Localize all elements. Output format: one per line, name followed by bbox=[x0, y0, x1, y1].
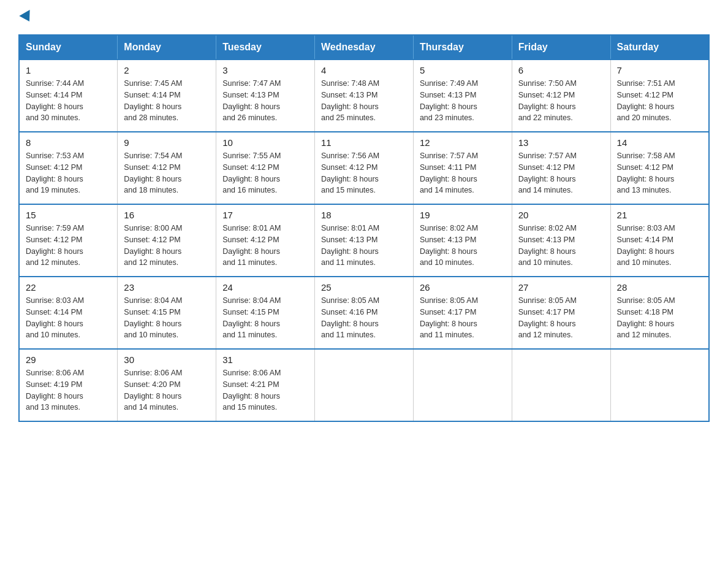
day-number: 14 bbox=[617, 137, 702, 148]
weekday-row: SundayMondayTuesdayWednesdayThursdayFrid… bbox=[19, 35, 709, 59]
day-number: 5 bbox=[420, 65, 506, 75]
day-number: 13 bbox=[518, 137, 604, 148]
day-number: 21 bbox=[617, 210, 702, 220]
calendar-cell bbox=[610, 349, 709, 421]
calendar-cell: 17 Sunrise: 8:01 AM Sunset: 4:12 PM Dayl… bbox=[216, 204, 315, 277]
day-number: 10 bbox=[222, 137, 308, 148]
day-number: 11 bbox=[321, 137, 407, 148]
day-info: Sunrise: 8:03 AM Sunset: 4:14 PM Dayligh… bbox=[617, 223, 702, 269]
calendar-cell bbox=[512, 349, 610, 421]
day-number: 3 bbox=[222, 65, 308, 75]
day-info: Sunrise: 8:02 AM Sunset: 4:13 PM Dayligh… bbox=[518, 223, 604, 269]
calendar-cell: 10 Sunrise: 7:55 AM Sunset: 4:12 PM Dayl… bbox=[216, 132, 315, 204]
day-info: Sunrise: 7:51 AM Sunset: 4:12 PM Dayligh… bbox=[617, 78, 702, 124]
calendar-cell: 16 Sunrise: 8:00 AM Sunset: 4:12 PM Dayl… bbox=[118, 204, 216, 277]
page-header bbox=[18, 12, 710, 22]
day-info: Sunrise: 7:44 AM Sunset: 4:14 PM Dayligh… bbox=[26, 78, 111, 124]
calendar-week-1: 1 Sunrise: 7:44 AM Sunset: 4:14 PM Dayli… bbox=[19, 59, 709, 132]
day-number: 1 bbox=[26, 65, 111, 75]
day-number: 2 bbox=[124, 65, 210, 75]
calendar-cell: 20 Sunrise: 8:02 AM Sunset: 4:13 PM Dayl… bbox=[512, 204, 610, 277]
day-info: Sunrise: 7:47 AM Sunset: 4:13 PM Dayligh… bbox=[222, 78, 308, 124]
calendar-cell: 27 Sunrise: 8:05 AM Sunset: 4:17 PM Dayl… bbox=[512, 277, 610, 349]
day-number: 25 bbox=[321, 282, 407, 293]
calendar-cell: 8 Sunrise: 7:53 AM Sunset: 4:12 PM Dayli… bbox=[19, 132, 118, 204]
day-info: Sunrise: 8:05 AM Sunset: 4:17 PM Dayligh… bbox=[420, 295, 506, 341]
calendar-cell: 19 Sunrise: 8:02 AM Sunset: 4:13 PM Dayl… bbox=[413, 204, 512, 277]
day-number: 20 bbox=[518, 210, 604, 220]
calendar-table: SundayMondayTuesdayWednesdayThursdayFrid… bbox=[18, 34, 710, 422]
day-number: 30 bbox=[124, 354, 210, 365]
calendar-cell: 4 Sunrise: 7:48 AM Sunset: 4:13 PM Dayli… bbox=[315, 59, 414, 132]
day-info: Sunrise: 7:57 AM Sunset: 4:12 PM Dayligh… bbox=[518, 150, 604, 196]
calendar-cell: 2 Sunrise: 7:45 AM Sunset: 4:14 PM Dayli… bbox=[118, 59, 216, 132]
day-info: Sunrise: 8:00 AM Sunset: 4:12 PM Dayligh… bbox=[124, 223, 210, 269]
day-info: Sunrise: 8:05 AM Sunset: 4:17 PM Dayligh… bbox=[518, 295, 604, 341]
weekday-header-wednesday: Wednesday bbox=[315, 35, 414, 59]
weekday-header-saturday: Saturday bbox=[610, 35, 709, 59]
day-number: 31 bbox=[222, 354, 308, 365]
calendar-week-3: 15 Sunrise: 7:59 AM Sunset: 4:12 PM Dayl… bbox=[19, 204, 709, 277]
day-number: 15 bbox=[26, 210, 111, 220]
day-info: Sunrise: 8:04 AM Sunset: 4:15 PM Dayligh… bbox=[124, 295, 210, 341]
day-info: Sunrise: 7:58 AM Sunset: 4:12 PM Dayligh… bbox=[617, 150, 702, 196]
day-number: 9 bbox=[124, 137, 210, 148]
day-info: Sunrise: 7:54 AM Sunset: 4:12 PM Dayligh… bbox=[124, 150, 210, 196]
calendar-cell: 12 Sunrise: 7:57 AM Sunset: 4:11 PM Dayl… bbox=[413, 132, 512, 204]
day-info: Sunrise: 7:48 AM Sunset: 4:13 PM Dayligh… bbox=[321, 78, 407, 124]
day-info: Sunrise: 7:55 AM Sunset: 4:12 PM Dayligh… bbox=[222, 150, 308, 196]
calendar-cell: 13 Sunrise: 7:57 AM Sunset: 4:12 PM Dayl… bbox=[512, 132, 610, 204]
calendar-cell: 21 Sunrise: 8:03 AM Sunset: 4:14 PM Dayl… bbox=[610, 204, 709, 277]
calendar-cell: 14 Sunrise: 7:58 AM Sunset: 4:12 PM Dayl… bbox=[610, 132, 709, 204]
day-info: Sunrise: 7:57 AM Sunset: 4:11 PM Dayligh… bbox=[420, 150, 506, 196]
calendar-week-4: 22 Sunrise: 8:03 AM Sunset: 4:14 PM Dayl… bbox=[19, 277, 709, 349]
calendar-week-5: 29 Sunrise: 8:06 AM Sunset: 4:19 PM Dayl… bbox=[19, 349, 709, 421]
day-number: 4 bbox=[321, 65, 407, 75]
day-info: Sunrise: 7:49 AM Sunset: 4:13 PM Dayligh… bbox=[420, 78, 506, 124]
day-number: 16 bbox=[124, 210, 210, 220]
day-info: Sunrise: 7:45 AM Sunset: 4:14 PM Dayligh… bbox=[124, 78, 210, 124]
day-info: Sunrise: 8:01 AM Sunset: 4:12 PM Dayligh… bbox=[222, 223, 308, 269]
calendar-cell: 6 Sunrise: 7:50 AM Sunset: 4:12 PM Dayli… bbox=[512, 59, 610, 132]
calendar-cell: 24 Sunrise: 8:04 AM Sunset: 4:15 PM Dayl… bbox=[216, 277, 315, 349]
day-number: 23 bbox=[124, 282, 210, 293]
weekday-header-friday: Friday bbox=[512, 35, 610, 59]
calendar-cell: 18 Sunrise: 8:01 AM Sunset: 4:13 PM Dayl… bbox=[315, 204, 414, 277]
calendar-cell: 31 Sunrise: 8:06 AM Sunset: 4:21 PM Dayl… bbox=[216, 349, 315, 421]
calendar-cell: 25 Sunrise: 8:05 AM Sunset: 4:16 PM Dayl… bbox=[315, 277, 414, 349]
day-number: 18 bbox=[321, 210, 407, 220]
calendar-cell: 15 Sunrise: 7:59 AM Sunset: 4:12 PM Dayl… bbox=[19, 204, 118, 277]
calendar-cell: 29 Sunrise: 8:06 AM Sunset: 4:19 PM Dayl… bbox=[19, 349, 118, 421]
calendar-cell bbox=[413, 349, 512, 421]
day-info: Sunrise: 7:56 AM Sunset: 4:12 PM Dayligh… bbox=[321, 150, 407, 196]
day-number: 22 bbox=[26, 282, 111, 293]
calendar-cell: 28 Sunrise: 8:05 AM Sunset: 4:18 PM Dayl… bbox=[610, 277, 709, 349]
calendar-cell: 7 Sunrise: 7:51 AM Sunset: 4:12 PM Dayli… bbox=[610, 59, 709, 132]
day-number: 27 bbox=[518, 282, 604, 293]
calendar-cell: 9 Sunrise: 7:54 AM Sunset: 4:12 PM Dayli… bbox=[118, 132, 216, 204]
day-number: 8 bbox=[26, 137, 111, 148]
day-info: Sunrise: 7:50 AM Sunset: 4:12 PM Dayligh… bbox=[518, 78, 604, 124]
day-info: Sunrise: 8:02 AM Sunset: 4:13 PM Dayligh… bbox=[420, 223, 506, 269]
weekday-header-tuesday: Tuesday bbox=[216, 35, 315, 59]
calendar-body: 1 Sunrise: 7:44 AM Sunset: 4:14 PM Dayli… bbox=[19, 59, 709, 421]
calendar-cell bbox=[315, 349, 414, 421]
calendar-cell: 22 Sunrise: 8:03 AM Sunset: 4:14 PM Dayl… bbox=[19, 277, 118, 349]
day-info: Sunrise: 8:05 AM Sunset: 4:16 PM Dayligh… bbox=[321, 295, 407, 341]
logo-arrow-icon bbox=[19, 10, 34, 25]
weekday-header-sunday: Sunday bbox=[19, 35, 118, 59]
calendar-cell: 1 Sunrise: 7:44 AM Sunset: 4:14 PM Dayli… bbox=[19, 59, 118, 132]
day-info: Sunrise: 8:05 AM Sunset: 4:18 PM Dayligh… bbox=[617, 295, 702, 341]
day-info: Sunrise: 7:59 AM Sunset: 4:12 PM Dayligh… bbox=[26, 223, 111, 269]
calendar-header: SundayMondayTuesdayWednesdayThursdayFrid… bbox=[19, 35, 709, 59]
day-number: 28 bbox=[617, 282, 702, 293]
calendar-cell: 5 Sunrise: 7:49 AM Sunset: 4:13 PM Dayli… bbox=[413, 59, 512, 132]
day-number: 17 bbox=[222, 210, 308, 220]
day-number: 26 bbox=[420, 282, 506, 293]
calendar-cell: 23 Sunrise: 8:04 AM Sunset: 4:15 PM Dayl… bbox=[118, 277, 216, 349]
day-info: Sunrise: 8:06 AM Sunset: 4:19 PM Dayligh… bbox=[26, 367, 111, 413]
day-info: Sunrise: 8:04 AM Sunset: 4:15 PM Dayligh… bbox=[222, 295, 308, 341]
calendar-cell: 26 Sunrise: 8:05 AM Sunset: 4:17 PM Dayl… bbox=[413, 277, 512, 349]
calendar-cell: 11 Sunrise: 7:56 AM Sunset: 4:12 PM Dayl… bbox=[315, 132, 414, 204]
calendar-cell: 3 Sunrise: 7:47 AM Sunset: 4:13 PM Dayli… bbox=[216, 59, 315, 132]
